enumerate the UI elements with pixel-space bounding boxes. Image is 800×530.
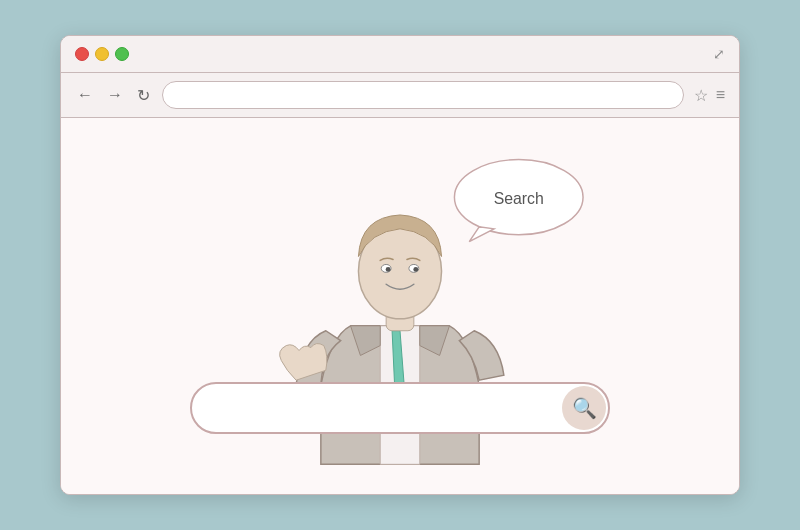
close-dot[interactable]	[75, 47, 89, 61]
back-button[interactable]: ←	[75, 86, 95, 104]
url-bar[interactable]	[162, 81, 684, 109]
search-bar-container: 🔍	[190, 382, 610, 434]
search-icon: 🔍	[572, 396, 597, 420]
content-area: Search	[61, 118, 739, 494]
title-bar: ⤢	[61, 36, 739, 73]
svg-point-8	[413, 267, 418, 272]
illustration: Search	[61, 118, 739, 494]
svg-point-7	[386, 267, 391, 272]
svg-text:Search: Search	[494, 190, 544, 207]
maximize-dot[interactable]	[115, 47, 129, 61]
search-input[interactable]	[190, 382, 610, 434]
address-bar: ← → ↻ ☆ ≡	[61, 73, 739, 118]
star-icon[interactable]: ☆	[694, 86, 708, 105]
forward-button[interactable]: →	[105, 86, 125, 104]
search-button[interactable]: 🔍	[562, 386, 606, 430]
refresh-button[interactable]: ↻	[135, 86, 152, 105]
menu-icon[interactable]: ≡	[716, 86, 725, 104]
minimize-dot[interactable]	[95, 47, 109, 61]
traffic-lights	[75, 47, 129, 61]
expand-icon[interactable]: ⤢	[713, 46, 725, 62]
browser-window: ⤢ ← → ↻ ☆ ≡ Search	[60, 35, 740, 495]
address-actions: ☆ ≡	[694, 86, 725, 105]
svg-marker-1	[469, 227, 494, 242]
